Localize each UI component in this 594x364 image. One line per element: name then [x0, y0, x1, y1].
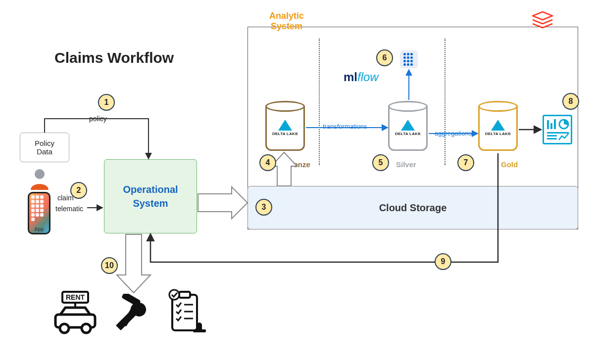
delta-lake-icon — [491, 120, 505, 131]
cloud-storage-box: Cloud Storage — [248, 186, 578, 229]
gold-cylinder: DELTA LAKE — [478, 101, 518, 151]
ai-brain-icon — [400, 50, 418, 68]
mlflow-ml: ml — [344, 70, 357, 84]
badge-8: 8 — [562, 93, 579, 110]
bronze-cylinder: DELTA LAKE — [265, 101, 305, 151]
badge-1-num: 1 — [104, 98, 109, 107]
badge-5: 5 — [372, 154, 389, 171]
badge-7-num: 7 — [464, 158, 468, 167]
analytics-chart-icon — [543, 115, 572, 144]
badge-2: 2 — [70, 182, 87, 199]
tools-icon — [111, 294, 153, 338]
svg-rect-3 — [554, 119, 556, 129]
badge-3: 3 — [255, 199, 272, 216]
svg-point-12 — [60, 324, 69, 333]
badge-5-num: 5 — [379, 158, 383, 167]
mlflow-label: mlflow — [344, 70, 379, 84]
svg-rect-22 — [193, 329, 206, 332]
svg-rect-2 — [550, 123, 552, 129]
badge-10: 10 — [101, 257, 118, 274]
delta-lake-icon — [401, 120, 415, 131]
badge-3-num: 3 — [262, 203, 266, 212]
phone-app-label: App — [29, 227, 49, 232]
silver-cylinder: DELTA LAKE — [388, 101, 428, 151]
badge-9-num: 9 — [441, 257, 446, 266]
badge-4-num: 4 — [266, 158, 270, 167]
bronze-label: Bronze — [285, 160, 310, 169]
badge-9: 9 — [435, 253, 451, 270]
divider-2 — [445, 39, 446, 165]
svg-rect-1 — [547, 120, 549, 129]
badge-6: 6 — [376, 49, 393, 66]
svg-text:RENT: RENT — [66, 293, 85, 301]
person-icon — [30, 168, 50, 192]
clipboard-verify-icon — [162, 288, 210, 339]
databricks-logo-icon — [531, 11, 554, 33]
claim-label: claim — [57, 194, 74, 202]
delta-lake-label: DELTA LAKE — [395, 132, 421, 136]
badge-2-num: 2 — [77, 186, 81, 195]
policy-label: policy — [89, 115, 107, 123]
badge-7: 7 — [457, 154, 474, 171]
mlflow-flow: flow — [357, 70, 379, 84]
svg-point-13 — [82, 324, 91, 333]
telematic-label: telematic — [55, 205, 83, 213]
badge-1: 1 — [98, 94, 115, 111]
transformations-label: transformations — [323, 123, 367, 130]
badge-10-num: 10 — [105, 261, 114, 270]
phone-icon: App — [28, 192, 50, 234]
delta-lake-icon — [278, 120, 292, 131]
svg-rect-7 — [547, 138, 557, 139]
badge-8-num: 8 — [569, 97, 573, 106]
badge-6-num: 6 — [383, 53, 387, 62]
silver-label: Silver — [396, 160, 416, 169]
gold-label: Gold — [501, 160, 518, 169]
svg-rect-6 — [547, 135, 557, 136]
divider-1 — [319, 39, 320, 165]
svg-rect-5 — [547, 132, 569, 134]
policy-data-box: Policy Data — [20, 133, 69, 162]
svg-point-0 — [35, 169, 45, 179]
operational-system-box: Operational System — [104, 159, 197, 233]
rent-car-icon: RENT — [51, 289, 99, 338]
diagram-title: Claims Workflow — [54, 49, 174, 66]
svg-rect-17 — [179, 292, 190, 298]
badge-4: 4 — [259, 154, 276, 171]
operational-system-label: Operational System — [123, 182, 178, 210]
cloud-storage-label: Cloud Storage — [379, 202, 447, 214]
analytic-system-label: Analytic System — [269, 11, 304, 32]
aggregations-label: aggregations — [435, 130, 472, 137]
policy-data-label: Policy Data — [35, 139, 54, 156]
delta-lake-label: DELTA LAKE — [485, 132, 511, 136]
svg-point-21 — [169, 290, 179, 300]
delta-lake-label: DELTA LAKE — [272, 132, 298, 136]
